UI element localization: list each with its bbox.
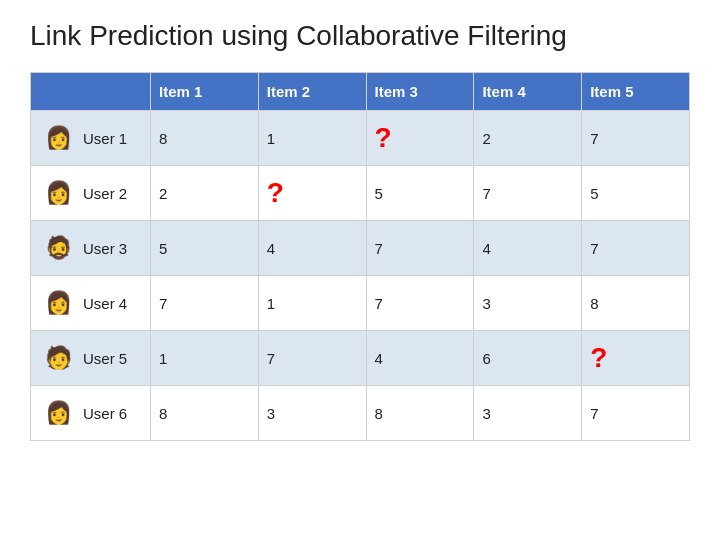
question-mark: ? xyxy=(590,342,607,373)
header-item-4: Item 4 xyxy=(474,73,582,111)
table-row: 👩User 181?27 xyxy=(31,111,690,166)
table-row: 👩User 22?575 xyxy=(31,166,690,221)
cell-r1-c4: 2 xyxy=(474,111,582,166)
user-label-4: User 4 xyxy=(83,295,127,312)
cell-r1-c2: 1 xyxy=(258,111,366,166)
cell-r3-c5: 7 xyxy=(582,221,690,276)
table-header-row: Item 1Item 2Item 3Item 4Item 5 xyxy=(31,73,690,111)
cell-r5-c4: 6 xyxy=(474,331,582,386)
table-body: 👩User 181?27👩User 22?575🧔User 354747👩Use… xyxy=(31,111,690,441)
cell-r1-c5: 7 xyxy=(582,111,690,166)
cell-r4-c4: 3 xyxy=(474,276,582,331)
cell-r4-c5: 8 xyxy=(582,276,690,331)
table-wrapper: Item 1Item 2Item 3Item 4Item 5 👩User 181… xyxy=(30,72,690,441)
table-row: 👩User 471738 xyxy=(31,276,690,331)
avatar-5: 🧑 xyxy=(39,339,77,377)
table-row: 🧔User 354747 xyxy=(31,221,690,276)
cell-r5-c2: 7 xyxy=(258,331,366,386)
header-item-3: Item 3 xyxy=(366,73,474,111)
user-cell-2: 👩User 2 xyxy=(31,166,151,221)
cell-r1-c3: ? xyxy=(366,111,474,166)
avatar-1: 👩 xyxy=(39,119,77,157)
cell-r6-c3: 8 xyxy=(366,386,474,441)
avatar-6: 👩 xyxy=(39,394,77,432)
cell-r5-c3: 4 xyxy=(366,331,474,386)
user-cell-3: 🧔User 3 xyxy=(31,221,151,276)
cell-r2-c2: ? xyxy=(258,166,366,221)
empty-header xyxy=(31,73,151,111)
table-row: 🧑User 51746? xyxy=(31,331,690,386)
cell-r2-c3: 5 xyxy=(366,166,474,221)
user-cell-4: 👩User 4 xyxy=(31,276,151,331)
user-cell-1: 👩User 1 xyxy=(31,111,151,166)
header-item-1: Item 1 xyxy=(151,73,259,111)
cell-r5-c5: ? xyxy=(582,331,690,386)
user-label-5: User 5 xyxy=(83,350,127,367)
cell-r6-c5: 7 xyxy=(582,386,690,441)
cell-r3-c2: 4 xyxy=(258,221,366,276)
cell-r3-c1: 5 xyxy=(151,221,259,276)
cell-r4-c1: 7 xyxy=(151,276,259,331)
user-label-1: User 1 xyxy=(83,130,127,147)
page-title: Link Prediction using Collaborative Filt… xyxy=(30,20,690,52)
cell-r2-c5: 5 xyxy=(582,166,690,221)
cell-r4-c3: 7 xyxy=(366,276,474,331)
table-row: 👩User 683837 xyxy=(31,386,690,441)
user-cell-5: 🧑User 5 xyxy=(31,331,151,386)
data-table: Item 1Item 2Item 3Item 4Item 5 👩User 181… xyxy=(30,72,690,441)
cell-r6-c2: 3 xyxy=(258,386,366,441)
cell-r3-c4: 4 xyxy=(474,221,582,276)
cell-r6-c1: 8 xyxy=(151,386,259,441)
header-item-5: Item 5 xyxy=(582,73,690,111)
cell-r6-c4: 3 xyxy=(474,386,582,441)
avatar-4: 👩 xyxy=(39,284,77,322)
cell-r1-c1: 8 xyxy=(151,111,259,166)
page: Link Prediction using Collaborative Filt… xyxy=(0,0,720,540)
user-label-6: User 6 xyxy=(83,405,127,422)
user-label-2: User 2 xyxy=(83,185,127,202)
avatar-2: 👩 xyxy=(39,174,77,212)
user-cell-6: 👩User 6 xyxy=(31,386,151,441)
cell-r4-c2: 1 xyxy=(258,276,366,331)
cell-r3-c3: 7 xyxy=(366,221,474,276)
cell-r2-c1: 2 xyxy=(151,166,259,221)
user-label-3: User 3 xyxy=(83,240,127,257)
cell-r2-c4: 7 xyxy=(474,166,582,221)
question-mark: ? xyxy=(267,177,284,208)
cell-r5-c1: 1 xyxy=(151,331,259,386)
header-item-2: Item 2 xyxy=(258,73,366,111)
avatar-3: 🧔 xyxy=(39,229,77,267)
question-mark: ? xyxy=(375,122,392,153)
